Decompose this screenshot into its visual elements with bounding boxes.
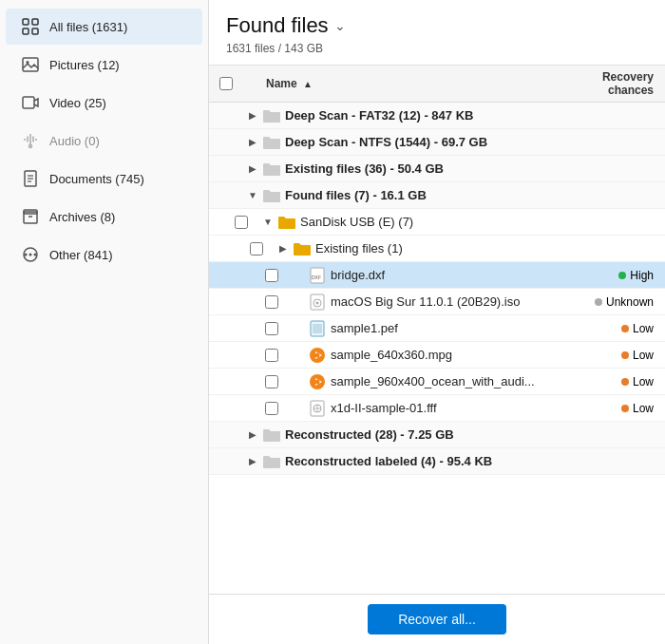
audio-icon (21, 131, 40, 150)
sidebar-item-other[interactable]: Other (841) (6, 237, 202, 273)
svg-point-17 (25, 254, 28, 256)
table-row[interactable]: ▼ Found files (7) - 16.1 GB (209, 182, 665, 209)
row-checkbox[interactable] (235, 216, 248, 229)
file-mp4-icon (308, 372, 327, 391)
table-header: Name ▲ Recovery chances (209, 66, 665, 103)
row-name: bridge.dxf (331, 268, 560, 282)
expand-icon[interactable]: ▶ (274, 243, 293, 254)
row-recovery: Low (560, 322, 665, 335)
sidebar-item-pictures[interactable]: Pictures (12) (6, 47, 202, 83)
svg-text:DXF: DXF (312, 275, 321, 280)
expand-icon[interactable]: ▶ (243, 137, 262, 147)
expand-icon[interactable]: ▶ (243, 429, 262, 440)
table-row[interactable]: DXF bridge.dxf High (209, 262, 665, 289)
recovery-badge: High (618, 269, 654, 282)
row-checkbox-col (255, 349, 289, 362)
sidebar-item-all-files-label: All files (1631) (49, 20, 127, 34)
svg-rect-0 (23, 19, 28, 25)
svg-rect-6 (23, 97, 34, 108)
sidebar-item-all-files[interactable]: All files (1631) (6, 9, 202, 45)
row-checkbox-col (255, 375, 289, 388)
row-checkbox[interactable] (265, 349, 278, 362)
table-row[interactable]: sample_960x400_ocean_with_audi... Low (209, 369, 665, 395)
file-pef-icon (308, 319, 327, 338)
expand-icon[interactable]: ▼ (258, 217, 277, 227)
row-checkbox[interactable] (265, 269, 278, 282)
row-checkbox-col (255, 402, 289, 415)
select-all-checkbox[interactable] (219, 77, 233, 90)
header-name-col[interactable]: Name ▲ (262, 77, 560, 90)
table-row[interactable]: ▶ Existing files (36) - 50.4 GB (209, 156, 665, 182)
recover-all-button[interactable]: Recover all... (368, 604, 506, 635)
sidebar-item-audio-label: Audio (0) (49, 134, 100, 148)
main-header: Found files ⌄ 1631 files / 143 GB (209, 0, 665, 66)
table-row[interactable]: sample_640x360.mpg Low (209, 342, 665, 369)
row-name: Deep Scan - NTFS (1544) - 69.7 GB (285, 135, 560, 149)
sidebar-item-archives-label: Archives (8) (49, 210, 115, 224)
table-row[interactable]: macOS Big Sur 11.0.1 (20B29).iso Unknown (209, 289, 665, 315)
svg-rect-1 (32, 19, 38, 25)
row-name: sample_640x360.mpg (331, 348, 560, 362)
recovery-label: Low (633, 349, 654, 362)
table-row[interactable]: sample1.pef Low (209, 315, 665, 342)
other-icon (21, 245, 40, 264)
sidebar-item-audio[interactable]: Audio (0) (6, 123, 202, 159)
folder-yellow-icon (277, 213, 296, 232)
table-row[interactable]: ▶ Existing files (1) (209, 236, 665, 262)
svg-point-16 (29, 254, 32, 256)
table-row[interactable]: ▶ Reconstructed (28) - 7.25 GB (209, 422, 665, 448)
table-row[interactable]: ▶ Deep Scan - NTFS (1544) - 69.7 GB (209, 129, 665, 156)
row-checkbox-col (255, 295, 289, 309)
expand-icon[interactable]: ▶ (243, 456, 262, 466)
row-name: sample_960x400_ocean_with_audi... (331, 374, 560, 388)
recovery-dot-unknown (595, 298, 602, 306)
row-name: SanDisk USB (E) (7) (300, 215, 560, 229)
row-name: x1d-II-sample-01.fff (331, 401, 560, 415)
row-checkbox[interactable] (265, 402, 278, 415)
file-table: Name ▲ Recovery chances ▶ Deep Scan - FA… (209, 66, 665, 594)
row-checkbox[interactable] (265, 295, 278, 309)
row-checkbox-col (255, 322, 289, 335)
svg-point-7 (29, 145, 32, 148)
header-checkbox-col (209, 77, 243, 90)
recovery-badge: Low (621, 375, 654, 388)
recovery-dot-low (621, 378, 629, 386)
file-iso-icon (308, 293, 327, 312)
bottom-bar: Recover all... (209, 594, 665, 644)
recovery-label: Low (633, 402, 654, 415)
row-checkbox[interactable] (265, 322, 278, 335)
main-content: Found files ⌄ 1631 files / 143 GB Name ▲… (209, 0, 665, 644)
header-recovery-col: Recovery chances (560, 70, 665, 97)
table-row[interactable]: x1d-II-sample-01.fff Low (209, 395, 665, 422)
title-dropdown-arrow[interactable]: ⌄ (334, 18, 346, 33)
recovery-label: High (630, 269, 654, 282)
recovery-label: Low (633, 322, 654, 335)
table-row[interactable]: ▶ Deep Scan - FAT32 (12) - 847 KB (209, 103, 665, 129)
row-checkbox-col (224, 216, 258, 229)
svg-point-18 (34, 254, 37, 256)
recovery-dot-high (618, 272, 626, 279)
recovery-badge: Low (621, 322, 654, 335)
expand-icon[interactable]: ▶ (243, 110, 262, 121)
svg-point-31 (315, 379, 320, 384)
row-recovery: Low (560, 349, 665, 362)
row-name: Found files (7) - 16.1 GB (285, 188, 560, 202)
folder-icon (262, 452, 281, 471)
expand-icon[interactable]: ▶ (243, 163, 262, 174)
sidebar-item-video[interactable]: Video (25) (6, 85, 202, 121)
sidebar-item-archives[interactable]: Archives (8) (6, 199, 202, 235)
table-row[interactable]: ▶ Reconstructed labeled (4) - 95.4 KB (209, 448, 665, 475)
row-name: Existing files (36) - 50.4 GB (285, 161, 560, 176)
table-row[interactable]: ▼ SanDisk USB (E) (7) (209, 209, 665, 236)
row-checkbox-col (255, 269, 289, 282)
expand-icon[interactable]: ▼ (243, 190, 262, 200)
recovery-badge: Unknown (595, 295, 654, 309)
row-name: macOS Big Sur 11.0.1 (20B29).iso (331, 294, 560, 309)
row-checkbox[interactable] (265, 375, 278, 388)
recovery-badge: Low (621, 349, 654, 362)
sidebar-item-documents[interactable]: Documents (745) (6, 161, 202, 197)
row-checkbox[interactable] (250, 242, 263, 256)
recovery-label: Low (633, 375, 654, 388)
svg-rect-25 (313, 324, 322, 333)
folder-icon (262, 133, 281, 152)
